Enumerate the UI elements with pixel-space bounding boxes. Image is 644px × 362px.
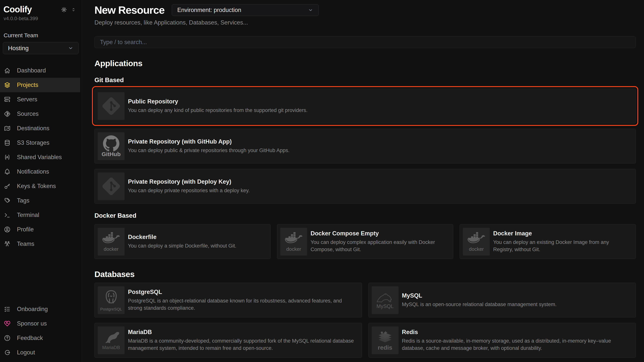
logout-icon — [4, 349, 11, 356]
sidebar-item-sponsor-us[interactable]: Sponsor us — [0, 316, 82, 331]
subsection-title-docker-based: Docker Based — [94, 212, 636, 219]
sidebar-item-label: Terminal — [17, 212, 39, 218]
sidebar-header-controls — [61, 6, 76, 13]
user-circle-icon — [4, 226, 11, 233]
sidebar-item-feedback[interactable]: Feedback — [0, 331, 82, 345]
github-logo: GitHub — [98, 132, 124, 160]
tags-icon — [4, 197, 11, 204]
card-title: MariaDB — [128, 329, 356, 336]
sidebar-item-dashboard[interactable]: Dashboard — [0, 63, 82, 78]
docker-based-cards: docker Dockerfile You can deploy a simpl… — [94, 224, 636, 259]
docker-logo-label: docker — [469, 247, 484, 252]
git-based-cards: Public Repository You can deploy any kin… — [94, 89, 636, 204]
main-content: New Resource Environment: production Dep… — [82, 0, 644, 362]
section-title-databases: Databases — [94, 270, 636, 279]
card-private-repository-github-app[interactable]: GitHub Private Repository (with GitHub A… — [94, 129, 636, 164]
app-logo[interactable]: Coolify — [4, 4, 32, 14]
card-text: Docker Image You can deploy an existing … — [493, 230, 632, 253]
card-title: Dockerfile — [128, 234, 236, 240]
sidebar-header: Coolify — [0, 4, 82, 14]
search-input[interactable] — [94, 36, 636, 48]
card-description: You can deploy public & private reposito… — [128, 147, 290, 154]
chevron-down-icon — [308, 7, 313, 13]
docker-logo: docker — [280, 228, 307, 256]
sidebar-item-sources[interactable]: Sources — [0, 107, 82, 121]
environment-select[interactable]: Environment: production — [172, 4, 319, 16]
sidebar-item-profile[interactable]: Profile — [0, 222, 82, 237]
map-icon — [4, 125, 11, 132]
sidebar-item-terminal[interactable]: Terminal — [0, 208, 82, 222]
card-text: Docker Compose Empty You can deploy comp… — [310, 230, 449, 253]
sidebar-item-label: Onboarding — [17, 306, 48, 313]
card-title: Private Repository (with GitHub App) — [128, 138, 290, 145]
card-text: Private Repository (with Deploy Key) You… — [128, 178, 252, 194]
sidebar-item-servers[interactable]: Servers — [0, 92, 82, 107]
server-bolt-icon — [4, 96, 11, 103]
mysql-logo-label: MySQL — [376, 304, 394, 309]
card-redis[interactable]: redis Redis Redis is a source-available,… — [368, 323, 636, 358]
sidebar-item-teams[interactable]: Teams — [0, 237, 82, 251]
help-circle-icon — [4, 335, 11, 342]
variable-icon — [4, 154, 11, 161]
sidebar-item-label: S3 Storages — [17, 139, 50, 146]
card-text: Redis Redis is a source-available, in-me… — [402, 329, 632, 352]
card-mysql[interactable]: MySQL MySQL MySQL is an open-source rela… — [368, 283, 636, 318]
sidebar-item-tags[interactable]: Tags — [0, 193, 82, 208]
heart-handshake-icon — [4, 320, 11, 327]
bell-icon — [4, 168, 11, 175]
sidebar-item-label: Feedback — [17, 335, 43, 342]
mariadb-logo: MariaDB — [98, 327, 124, 354]
sidebar: Coolify v4.0.0-beta.399 Current Team Hos… — [0, 0, 82, 362]
sidebar-item-label: Keys & Tokens — [17, 183, 56, 189]
card-docker-compose-empty[interactable]: docker Docker Compose Empty You can depl… — [277, 224, 453, 259]
page-title: New Resource — [94, 4, 164, 16]
layers-icon — [4, 81, 11, 89]
card-private-repository-deploy-key[interactable]: Private Repository (with Deploy Key) You… — [94, 169, 636, 204]
sidebar-item-label: Projects — [17, 82, 38, 88]
sidebar-item-keys-tokens[interactable]: Keys & Tokens — [0, 179, 82, 193]
key-icon — [4, 182, 11, 190]
card-postgresql[interactable]: PostgreSQL PostgreSQL PostgreSQL is an o… — [94, 283, 362, 318]
sidebar-item-projects[interactable]: Projects — [0, 78, 80, 92]
mariadb-logo-label: MariaDB — [102, 345, 120, 350]
sidebar-item-shared-variables[interactable]: Shared Variables — [0, 150, 82, 165]
database-cards: PostgreSQL PostgreSQL PostgreSQL is an o… — [94, 283, 636, 358]
database-icon — [4, 139, 11, 146]
sidebar-item-label: Sponsor us — [17, 320, 47, 327]
sidebar-item-label: Destinations — [17, 125, 50, 132]
sidebar-item-onboarding[interactable]: Onboarding — [0, 302, 82, 316]
git-logo — [98, 173, 124, 200]
card-description: You can deploy complex application easil… — [310, 239, 447, 253]
sidebar-item-label: Shared Variables — [17, 154, 62, 161]
home-icon — [4, 67, 11, 74]
card-text: PostgreSQL PostgreSQL is an object-relat… — [128, 289, 358, 312]
card-text: Dockerfile You can deploy a simple Docke… — [128, 234, 238, 249]
app-version: v4.0.0-beta.399 — [0, 15, 82, 21]
sidebar-item-destinations[interactable]: Destinations — [0, 121, 82, 136]
card-dockerfile[interactable]: docker Dockerfile You can deploy a simpl… — [94, 224, 270, 259]
current-team-label: Current Team — [0, 32, 82, 39]
unfold-chevrons-icon[interactable] — [71, 7, 76, 12]
theme-toggle-sun-icon[interactable] — [61, 6, 67, 13]
git-logo — [98, 92, 124, 120]
sidebar-item-notifications[interactable]: Notifications — [0, 165, 82, 179]
sidebar-item-label: Tags — [17, 197, 29, 204]
terminal-icon — [4, 211, 11, 219]
docker-logo-label: docker — [104, 247, 118, 252]
team-select-value: Hosting — [8, 45, 29, 52]
chevron-down-icon — [68, 45, 74, 51]
card-description: PostgreSQL is an object-relational datab… — [128, 297, 356, 312]
card-mariadb[interactable]: MariaDB MariaDB MariaDB is a community-d… — [94, 323, 362, 358]
sidebar-footer-nav: Onboarding Sponsor us Feedback Logout — [0, 302, 82, 360]
card-docker-image[interactable]: docker Docker Image You can deploy an ex… — [460, 224, 636, 259]
users-group-icon — [4, 240, 11, 248]
sidebar-item-logout[interactable]: Logout — [0, 345, 82, 360]
postgresql-logo-label: PostgreSQL — [100, 307, 122, 311]
card-title: Private Repository (with Deploy Key) — [128, 178, 250, 185]
sidebar-item-s3-storages[interactable]: S3 Storages — [0, 136, 82, 150]
card-description: MySQL is an open-source relational datab… — [402, 301, 556, 308]
docker-logo: docker — [98, 228, 124, 256]
card-public-repository[interactable]: Public Repository You can deploy any kin… — [94, 89, 636, 123]
git-diamond-icon — [4, 110, 11, 118]
team-select[interactable]: Hosting — [3, 42, 79, 54]
